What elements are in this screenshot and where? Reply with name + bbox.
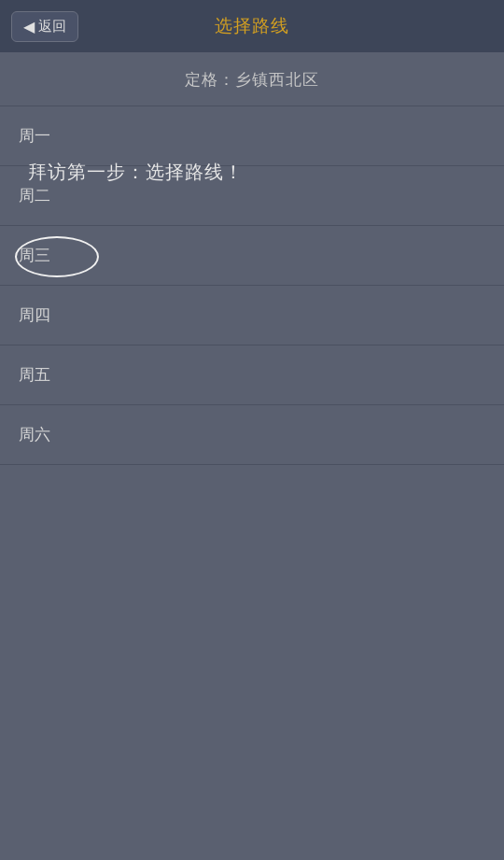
day-item-wednesday[interactable]: 周三 xyxy=(0,226,504,286)
day-item-saturday[interactable]: 周六 xyxy=(0,405,504,465)
day-list-container: 周一 周二 周三 周四 周五 周六 拜访第一步：选择路线！ xyxy=(0,106,504,465)
empty-area xyxy=(0,465,504,773)
back-button[interactable]: ◀ 返回 xyxy=(11,11,78,42)
day-item-friday[interactable]: 周五 xyxy=(0,345,504,405)
day-item-thursday[interactable]: 周四 xyxy=(0,286,504,345)
header: ◀ 返回 选择路线 xyxy=(0,0,504,52)
page-title: 选择路线 xyxy=(215,14,289,38)
back-label: 返回 xyxy=(38,18,66,35)
day-item-monday[interactable]: 周一 xyxy=(0,106,504,166)
subtitle: 定格：乡镇西北区 xyxy=(0,52,504,106)
back-arrow-icon: ◀ xyxy=(23,18,35,35)
day-item-tuesday[interactable]: 周二 xyxy=(0,166,504,226)
